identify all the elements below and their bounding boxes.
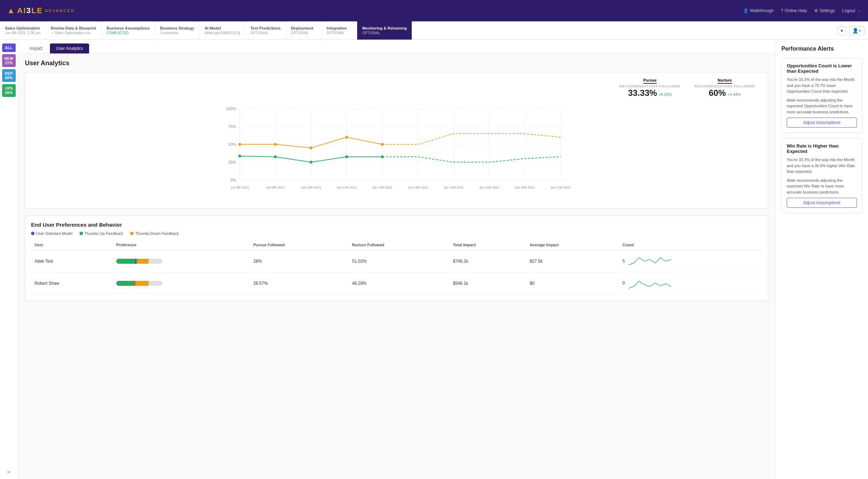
tab-label: Test Predictions [250, 26, 281, 30]
tab-sub: AibleLightGBMCF[0.3] [205, 31, 240, 35]
svg-text:Jun 9th 2021: Jun 9th 2021 [266, 186, 284, 189]
tab-business-assumptions[interactable]: Business Assumptions COMPLETED [102, 21, 155, 40]
svg-text:100%: 100% [226, 107, 236, 111]
alert-text1: You're 33.3% of the way into the Month a… [787, 157, 857, 175]
section-content: User Analytics Pursue RECOMMENDATIONS FO… [18, 54, 775, 306]
col-user: User [31, 240, 113, 250]
walkthrough-label: Walkthrough [750, 8, 774, 13]
alert-text2: Aible recommends adjusting the expected … [787, 97, 857, 115]
tab-sub: OPTIONAL [291, 31, 316, 35]
settings-label: Settings [820, 8, 835, 13]
tab-sales-optimization[interactable]: Sales Optimization Jun 9th 2021, 2:36 pm [0, 21, 46, 40]
col-pursue: Pursue Followed [250, 240, 349, 250]
svg-text:Jun 8th 2021: Jun 8th 2021 [230, 186, 249, 189]
tab-sub: OPTIONAL [250, 31, 281, 35]
main-layout: ALL NEW11% REP30% UPS30% » Impact User A… [0, 40, 868, 479]
legend-user-selected: User Selected Model [31, 231, 72, 236]
sidebar-pill-rep[interactable]: REP30% [2, 69, 16, 82]
preferences-title: End User Preferences and Behavior [31, 222, 762, 228]
user-name: Robert Shaw [31, 272, 113, 294]
col-count: Count [619, 240, 762, 250]
count: 0 [619, 272, 762, 294]
total-impact: $546.1k [450, 272, 526, 294]
nurture-followed: 51.02% [349, 250, 450, 272]
tab-impact[interactable]: Impact [24, 43, 48, 53]
tab-label: AI Model [205, 26, 240, 30]
chart-svg-wrapper: 100% 75% 50% 25% 0% [31, 102, 762, 202]
alert-title: Win Rate is Higher than Expected [787, 143, 857, 154]
svg-point-20 [238, 143, 241, 146]
svg-text:Jun 10th 2021: Jun 10th 2021 [301, 186, 321, 189]
sidebar-expand-button[interactable]: » [7, 468, 10, 479]
svg-text:0%: 0% [231, 178, 236, 182]
tab-ai-model[interactable]: AI Model AibleLightGBMCF[0.3] [200, 21, 246, 40]
nurture-change: +4.44% [727, 92, 741, 97]
nurture-title: Nurture [718, 78, 732, 84]
pursue-followed: 28% [250, 250, 349, 272]
line-chart-svg: 100% 75% 50% 25% 0% [31, 102, 762, 201]
page-title: User Analytics [25, 60, 768, 67]
tab-sub: OPTIONAL [327, 31, 352, 35]
settings-button[interactable]: ⚙ Settings [814, 8, 835, 13]
count: 5 [619, 251, 762, 272]
svg-text:Jun 11th 2021: Jun 11th 2021 [337, 186, 357, 189]
preference-bar-cell [113, 250, 250, 272]
logout-label: Logout [842, 8, 855, 13]
app-logo: ▲ AI3LE ADVANCED [7, 6, 75, 15]
adjust-assumptions-button-1[interactable]: Adjust Assumptions [787, 118, 857, 128]
alert-opportunities-count: Opportunities Count is Lower than Expect… [781, 58, 862, 133]
preference-bar-cell [113, 272, 250, 294]
sidebar-pill-all[interactable]: ALL [2, 43, 16, 52]
tab-integration[interactable]: Integration OPTIONAL [322, 21, 357, 40]
legend-thumbs-up: Thumbs Up Feedback [79, 231, 123, 236]
sidebar-pill-ups[interactable]: UPS30% [2, 84, 16, 97]
svg-point-25 [238, 155, 241, 158]
tab-deployment[interactable]: Deployment OPTIONAL [286, 21, 322, 40]
col-total-impact: Total Impact [450, 240, 526, 250]
pursue-title: Pursue [643, 78, 657, 84]
tab-business-strategy[interactable]: Business Strategy 4 scenarios [155, 21, 200, 40]
tab-label: Review Data & Blueprint [51, 26, 96, 30]
table-row: Robert Shaw 28.57% 48.28% $546.1k [31, 272, 762, 294]
table-header-row: User Preference Pursue Followed Nurture … [31, 240, 762, 250]
svg-text:Jun 13th 2021: Jun 13th 2021 [408, 186, 428, 189]
tab-label: Business Assumptions [107, 26, 150, 30]
sparkline-count [628, 276, 671, 290]
logout-icon: → [857, 8, 861, 13]
average-impact: $27.5k [526, 250, 619, 272]
logo-advanced: ADVANCED [45, 9, 75, 13]
tab-sub: 4 scenarios [160, 31, 194, 35]
tab-label: Monitoring & Retraining [362, 26, 407, 30]
sub-tab-bar: Impact User Analytics [18, 40, 775, 54]
logout-button[interactable]: Logout → [842, 8, 861, 13]
tab-review[interactable]: Review Data & Blueprint ✓ Sales Optimiza… [46, 21, 102, 40]
preferences-legend: User Selected Model Thumbs Up Feedback T… [31, 231, 762, 236]
svg-point-23 [345, 136, 348, 139]
right-sidebar: Performance Alerts Opportunities Count i… [775, 40, 868, 479]
tab-test-predictions[interactable]: Test Predictions OPTIONAL [245, 21, 286, 40]
performance-alerts-title: Performance Alerts [781, 46, 862, 52]
user-button[interactable]: 👤+ [849, 26, 864, 35]
preferences-table: User Preference Pursue Followed Nurture … [31, 240, 762, 294]
left-sidebar: ALL NEW11% REP30% UPS30% » [0, 40, 18, 479]
pursue-change: +8.33% [658, 92, 672, 97]
adjust-assumptions-button-2[interactable]: Adjust Assumptions [787, 198, 857, 208]
sidebar-pill-new[interactable]: NEW11% [2, 54, 16, 67]
sparkline-count [628, 254, 671, 268]
col-average-impact: Average Impact [526, 240, 619, 250]
tab-sub: OPTIONAL [362, 31, 407, 35]
tab-monitoring[interactable]: Monitoring & Retraining OPTIONAL [357, 21, 412, 40]
svg-point-27 [310, 161, 313, 164]
tab-user-analytics[interactable]: User Analytics [50, 43, 89, 53]
top-navigation: ▲ AI3LE ADVANCED 👤 Walkthrough ? Online … [0, 0, 868, 21]
svg-point-29 [381, 155, 384, 158]
online-help-button[interactable]: ? Online Help [781, 8, 807, 13]
tab-label: Integration [327, 26, 352, 30]
nurture-legend: Nurture RECOMMENDATIONS FOLLOWED 60% +4.… [694, 78, 755, 98]
walkthrough-button[interactable]: 👤 Walkthrough [743, 8, 774, 13]
dropdown-button[interactable]: ▾ [837, 26, 846, 35]
content-area: Impact User Analytics User Analytics Pur… [18, 40, 775, 479]
logo-icon: ▲ [7, 6, 15, 15]
total-impact: $746.2k [450, 250, 526, 272]
thumbs-up-dot [79, 232, 83, 235]
